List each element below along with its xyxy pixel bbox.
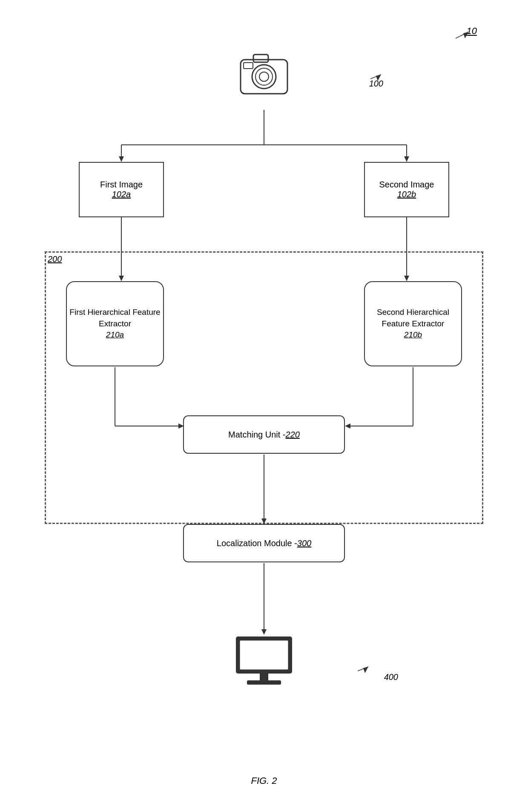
svg-marker-3 bbox=[119, 156, 124, 162]
localization-ref: 300 bbox=[297, 538, 311, 548]
svg-rect-27 bbox=[253, 55, 268, 62]
second-hfe-box: Second Hierarchical Feature Extractor 21… bbox=[364, 281, 462, 366]
second-image-ref: 102b bbox=[397, 190, 416, 199]
matching-unit-ref: 220 bbox=[286, 430, 300, 440]
svg-marker-19 bbox=[261, 629, 267, 635]
second-hfe-label: Second Hierarchical Feature Extractor bbox=[365, 307, 461, 329]
system-ref-label: 10 bbox=[467, 26, 477, 37]
matching-unit-box: Matching Unit - 220 bbox=[183, 415, 345, 454]
first-hfe-label: First Hierarchical Feature Extractor bbox=[67, 307, 163, 329]
svg-point-29 bbox=[255, 68, 273, 85]
svg-rect-31 bbox=[244, 63, 253, 69]
second-image-label: Second Image bbox=[379, 180, 434, 190]
diagram-container: 10 100 First Image 102a Second Image 102… bbox=[0, 0, 528, 812]
second-image-box: Second Image 102b bbox=[364, 162, 449, 217]
camera-icon bbox=[234, 47, 294, 100]
svg-point-30 bbox=[259, 72, 269, 81]
svg-rect-33 bbox=[240, 640, 288, 670]
first-image-box: First Image 102a bbox=[79, 162, 164, 217]
system-block-ref: 200 bbox=[48, 254, 62, 264]
first-hfe-box: First Hierarchical Feature Extractor 210… bbox=[66, 281, 164, 366]
monitor-icon bbox=[230, 635, 298, 688]
camera-ref-label: 100 bbox=[369, 79, 383, 89]
second-hfe-ref: 210b bbox=[404, 329, 422, 341]
svg-rect-34 bbox=[260, 673, 268, 681]
localization-label: Localization Module - bbox=[217, 538, 297, 548]
first-hfe-ref: 210a bbox=[106, 329, 124, 341]
monitor-ref-label: 400 bbox=[384, 672, 398, 682]
svg-line-24 bbox=[358, 667, 368, 671]
matching-unit-label: Matching Unit - bbox=[228, 430, 286, 440]
localization-module-box: Localization Module - 300 bbox=[183, 524, 345, 562]
svg-rect-35 bbox=[247, 680, 281, 685]
svg-marker-25 bbox=[363, 667, 368, 673]
svg-marker-5 bbox=[404, 156, 409, 162]
first-image-ref: 102a bbox=[112, 190, 131, 199]
figure-label: FIG. 2 bbox=[251, 775, 277, 786]
first-image-label: First Image bbox=[100, 180, 143, 190]
svg-line-22 bbox=[370, 75, 381, 79]
